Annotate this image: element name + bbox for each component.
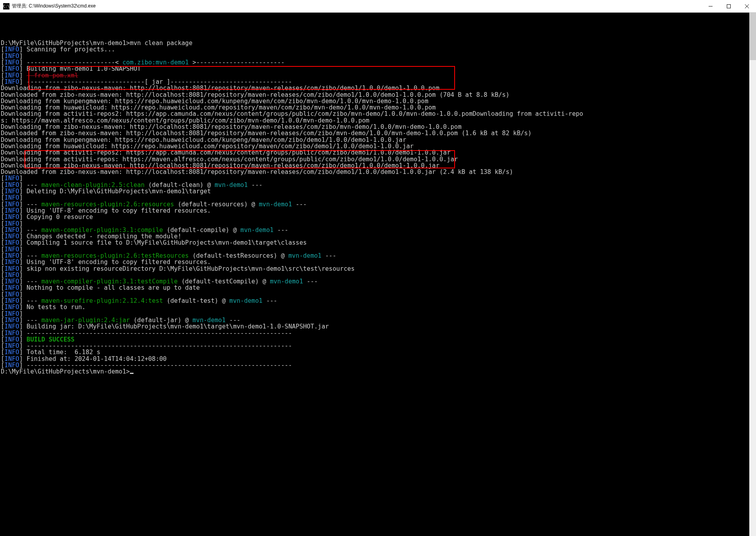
- terminal-line: [INFO] --- maven-clean-plugin:2.5:clean …: [1, 182, 748, 188]
- vertical-scrollbar[interactable]: [749, 13, 756, 536]
- cmd-icon: C:\: [3, 3, 9, 9]
- terminal-line: Downloading from activiti-repos2: https:…: [1, 149, 748, 156]
- terminal-line: [INFO]: [1, 194, 748, 201]
- terminal-line: [INFO] Changes detected - recompiling th…: [1, 233, 748, 240]
- terminal-line: Downloading from huaweicloud: https://re…: [1, 104, 748, 111]
- scrollbar-track[interactable]: [749, 60, 756, 536]
- terminal-line: [INFO] skip non existing resourceDirecto…: [1, 266, 748, 272]
- window-titlebar: C:\ 管理员: C:\Windows\System32\cmd.exe: [0, 0, 756, 13]
- terminal-line: [INFO]: [1, 272, 748, 278]
- terminal-line: [INFO] --- maven-compiler-plugin:3.1:tes…: [1, 278, 748, 285]
- terminal-line: Downloading from zibo-nexus-maven: http:…: [1, 124, 748, 130]
- cursor: [130, 373, 134, 374]
- terminal-line: [INFO] --- maven-compiler-plugin:3.1:com…: [1, 227, 748, 233]
- terminal-line: [INFO]: [1, 221, 748, 227]
- terminal-line: [INFO] from pom.xml: [1, 72, 748, 79]
- terminal-line: Downloaded from zibo-nexus-maven: http:/…: [1, 130, 748, 136]
- terminal-output[interactable]: D:\MyFile\GitHubProjects\mvn-demo1>mvn c…: [0, 13, 749, 536]
- prompt-line: D:\MyFile\GitHubProjects\mvn-demo1>mvn c…: [1, 40, 748, 46]
- maximize-button[interactable]: [720, 0, 738, 12]
- prompt-line: D:\MyFile\GitHubProjects\mvn-demo1>: [1, 368, 748, 375]
- terminal-line: [INFO] Using 'UTF-8' encoding to copy fi…: [1, 259, 748, 265]
- close-button[interactable]: [738, 0, 756, 12]
- terminal-line: Downloading from activiti-repos2: https:…: [1, 111, 748, 117]
- svg-rect-0: [727, 4, 731, 8]
- terminal-line: Downloading from kunpengmaven: https://r…: [1, 98, 748, 104]
- terminal-line: Downloaded from zibo-nexus-maven: http:/…: [1, 169, 748, 175]
- terminal-line: [INFO] No tests to run.: [1, 304, 748, 310]
- terminal-line: s: https://maven.alfresco.com/nexus/cont…: [1, 117, 748, 124]
- terminal-line: [INFO] ---------------------------------…: [1, 343, 748, 349]
- terminal-line: Downloading from huaweicloud: https://re…: [1, 143, 748, 149]
- terminal-line: [INFO]: [1, 311, 748, 317]
- terminal-line: [INFO] --- maven-jar-plugin:2.4:jar (def…: [1, 317, 748, 323]
- terminal-line: [INFO] Finished at: 2024-01-14T14:04:12+…: [1, 356, 748, 362]
- terminal-line: [INFO] BUILD SUCCESS: [1, 336, 748, 343]
- terminal-line: [INFO] ---------------------------------…: [1, 330, 748, 336]
- terminal-line: [INFO] Compiling 1 source file to D:\MyF…: [1, 240, 748, 246]
- terminal-line: Downloading from zibo-nexus-maven: http:…: [1, 85, 748, 91]
- terminal-line: [INFO] Nothing to compile - all classes …: [1, 285, 748, 291]
- terminal-line: [INFO] Scanning for projects...: [1, 46, 748, 53]
- terminal-line: [INFO] Using 'UTF-8' encoding to copy fi…: [1, 208, 748, 214]
- terminal-line: [INFO]: [1, 246, 748, 253]
- terminal-line: Downloading from kunpengmaven: https://r…: [1, 137, 748, 143]
- terminal-line: [INFO] Deleting D:\MyFile\GitHubProjects…: [1, 188, 748, 194]
- workspace: D:\MyFile\GitHubProjects\mvn-demo1>mvn c…: [0, 13, 756, 536]
- terminal-line: [INFO] Copying 0 resource: [1, 214, 748, 220]
- terminal-line: [INFO]: [1, 175, 748, 181]
- window-controls: [701, 0, 756, 12]
- terminal-line: Downloaded from zibo-nexus-maven: http:/…: [1, 92, 748, 98]
- terminal-line: Downloading from activiti-repos: https:/…: [1, 156, 748, 162]
- terminal-line: [INFO] Building jar: D:\MyFile\GitHubPro…: [1, 323, 748, 330]
- terminal-line: [INFO] ---------------------------------…: [1, 362, 748, 368]
- terminal-line: [INFO] --- maven-resources-plugin:2.6:te…: [1, 253, 748, 259]
- terminal-line: [INFO] --------------------------------[…: [1, 79, 748, 85]
- terminal-line: [INFO] ------------------------< com.zib…: [1, 59, 748, 66]
- terminal-line: [INFO]: [1, 53, 748, 59]
- scrollbar-thumb[interactable]: [749, 13, 756, 60]
- terminal-line: [INFO] Total time: 6.182 s: [1, 349, 748, 355]
- terminal-line: Downloading from zibo-nexus-maven: http:…: [1, 162, 748, 169]
- terminal-line: [INFO] --- maven-resources-plugin:2.6:re…: [1, 201, 748, 208]
- minimize-button[interactable]: [701, 0, 720, 12]
- terminal-line: [INFO] --- maven-surefire-plugin:2.12.4:…: [1, 298, 748, 304]
- terminal-line: [INFO]: [1, 291, 748, 298]
- window-title: 管理员: C:\Windows\System32\cmd.exe: [12, 3, 701, 9]
- terminal-line: [INFO] Building mvn-demo1 1.0-SNAPSHOT: [1, 66, 748, 72]
